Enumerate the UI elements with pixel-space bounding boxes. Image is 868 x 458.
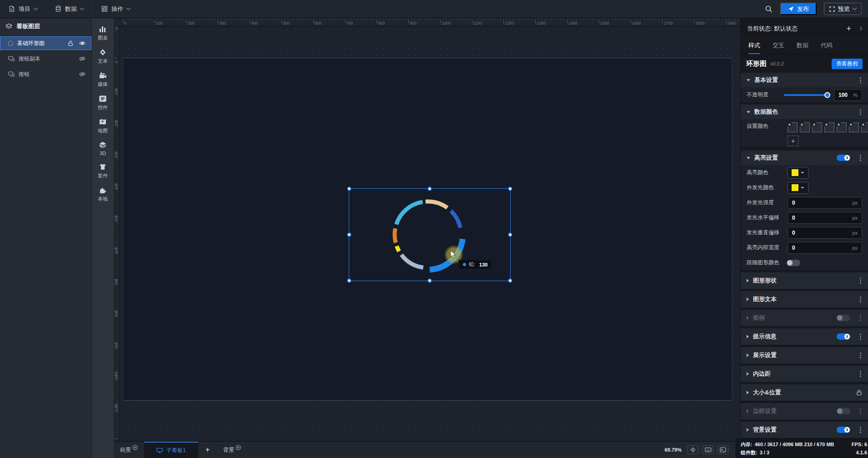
section-toggle[interactable] xyxy=(837,315,850,321)
tab-interaction[interactable]: 交互 xyxy=(773,41,784,54)
section-toggle[interactable] xyxy=(837,333,850,340)
kebab-menu-icon[interactable] xyxy=(859,351,862,360)
remove-color-icon[interactable]: x xyxy=(861,122,865,126)
toolbar-item-controls[interactable]: 控件 xyxy=(92,91,114,115)
preview-button[interactable]: 预览 xyxy=(824,3,862,15)
state-value[interactable]: 默认状态 xyxy=(774,25,798,33)
section-header[interactable]: 高亮设置 xyxy=(741,151,868,165)
foreground-tab[interactable]: 前景 xyxy=(114,442,144,458)
color-swatch[interactable]: x xyxy=(824,122,834,132)
selection-handle[interactable] xyxy=(347,279,351,283)
keyboard-shortcuts-button[interactable] xyxy=(702,445,713,454)
layer-item-button[interactable]: 按钮 xyxy=(0,67,91,81)
toolbar-item-map[interactable]: 地图 xyxy=(92,115,114,138)
number-input[interactable]: 0px xyxy=(788,212,862,224)
color-picker[interactable] xyxy=(788,182,808,194)
kebab-menu-icon[interactable] xyxy=(859,314,862,322)
number-input[interactable]: 0px xyxy=(788,197,862,209)
selection-handle[interactable] xyxy=(347,187,351,191)
toolbar-item-charts[interactable]: 图表 xyxy=(92,22,114,45)
selection-handle[interactable] xyxy=(508,233,512,237)
console-button[interactable] xyxy=(717,445,728,454)
selection-handle[interactable] xyxy=(508,187,512,191)
selection-handle[interactable] xyxy=(428,187,432,191)
color-swatch[interactable]: x xyxy=(800,122,810,132)
section-header[interactable]: 图形文本 xyxy=(741,291,868,307)
kebab-menu-icon[interactable] xyxy=(859,426,862,434)
tab-data[interactable]: 数据 xyxy=(797,41,808,54)
section-header[interactable]: 基本设置 xyxy=(741,73,868,87)
add-circle-icon[interactable] xyxy=(132,445,138,450)
color-swatch[interactable]: x xyxy=(788,122,798,132)
background-tab[interactable]: 背景 xyxy=(217,442,247,458)
kebab-menu-icon[interactable] xyxy=(859,295,862,304)
color-swatch[interactable]: x xyxy=(837,122,847,132)
add-circle-icon[interactable] xyxy=(236,445,241,450)
number-input[interactable]: 0px xyxy=(788,227,862,239)
layer-item-ring-chart[interactable]: 基础环形图 xyxy=(0,36,91,50)
menu-actions[interactable]: 操作 xyxy=(93,0,139,18)
section-header[interactable]: 边框设置 xyxy=(741,403,868,419)
section-header[interactable]: 图例 xyxy=(741,310,868,326)
color-picker[interactable] xyxy=(788,167,808,179)
toolbar-item-kits[interactable]: 套件 xyxy=(92,160,114,183)
kebab-menu-icon[interactable] xyxy=(859,76,862,85)
slider-knob[interactable] xyxy=(824,92,830,98)
publish-button[interactable]: 发布 xyxy=(780,3,817,15)
add-board-button[interactable]: + xyxy=(198,442,217,458)
menu-data[interactable]: 数据 xyxy=(46,0,93,18)
section-toggle[interactable] xyxy=(837,427,850,433)
kebab-menu-icon[interactable] xyxy=(859,277,862,285)
color-swatch[interactable]: x xyxy=(849,122,859,132)
remove-color-icon[interactable]: x xyxy=(849,122,853,126)
menu-project[interactable]: 项目 xyxy=(0,0,46,18)
selection-handle[interactable] xyxy=(347,233,351,237)
toolbar-item-local[interactable]: 本地 xyxy=(92,183,114,206)
subboard-tab[interactable]: 子看板1 xyxy=(144,442,198,458)
search-icon[interactable] xyxy=(765,5,773,13)
tab-code[interactable]: 代码 xyxy=(821,41,833,54)
section-header[interactable]: 数据颜色 xyxy=(741,105,868,119)
highlight-toggle[interactable] xyxy=(837,155,850,161)
lock-icon[interactable] xyxy=(856,389,862,396)
remove-color-icon[interactable]: x xyxy=(800,122,804,126)
kebab-menu-icon[interactable] xyxy=(859,407,862,416)
section-header[interactable]: 图形形状 xyxy=(741,272,868,289)
remove-color-icon[interactable]: x xyxy=(788,122,792,126)
section-header[interactable]: 背景设置 xyxy=(741,422,868,438)
canvas-area[interactable]: 0100200300400500600700800900100011001200… xyxy=(114,18,740,441)
eye-off-icon[interactable] xyxy=(79,56,85,61)
kebab-menu-icon[interactable] xyxy=(859,370,862,378)
opacity-input[interactable]: 100 % xyxy=(834,89,862,101)
number-input[interactable]: 0px xyxy=(788,242,862,254)
kebab-menu-icon[interactable] xyxy=(859,108,862,116)
color-swatch[interactable]: x xyxy=(861,122,868,132)
follow-shape-color-toggle[interactable] xyxy=(787,260,800,266)
kebab-menu-icon[interactable] xyxy=(859,154,862,162)
section-toggle[interactable] xyxy=(837,408,850,414)
section-header[interactable]: 大小&位置 xyxy=(741,384,868,401)
chevron-right-icon[interactable] xyxy=(858,26,863,31)
fit-view-button[interactable] xyxy=(687,445,698,454)
add-color-button[interactable]: + xyxy=(788,136,798,146)
tutorial-button[interactable]: 查看教程 xyxy=(832,59,863,69)
section-header[interactable]: 提示信息 xyxy=(741,328,868,345)
toolbar-item-text[interactable]: 文本 xyxy=(92,45,114,68)
layer-item-button-copy[interactable]: 按钮副本 xyxy=(0,52,91,65)
zoom-level[interactable]: 69.79% xyxy=(665,447,682,453)
toolbar-item-3d[interactable]: 3D xyxy=(92,138,114,160)
selection-handle[interactable] xyxy=(508,279,512,283)
section-header[interactable]: 内边距 xyxy=(741,366,868,382)
lock-open-icon[interactable] xyxy=(68,40,74,46)
remove-color-icon[interactable]: x xyxy=(837,122,841,126)
kebab-menu-icon[interactable] xyxy=(859,332,862,341)
eye-icon[interactable] xyxy=(79,40,85,46)
color-swatch[interactable]: x xyxy=(812,122,822,132)
eye-off-icon[interactable] xyxy=(79,71,85,77)
add-state-button[interactable]: + xyxy=(846,25,851,33)
canvas-body[interactable]: 铅: 130 xyxy=(119,26,740,441)
remove-color-icon[interactable]: x xyxy=(812,122,816,126)
tab-style[interactable]: 样式 xyxy=(748,41,760,54)
opacity-slider[interactable] xyxy=(784,94,828,96)
section-header[interactable]: 展示设置 xyxy=(741,347,868,363)
